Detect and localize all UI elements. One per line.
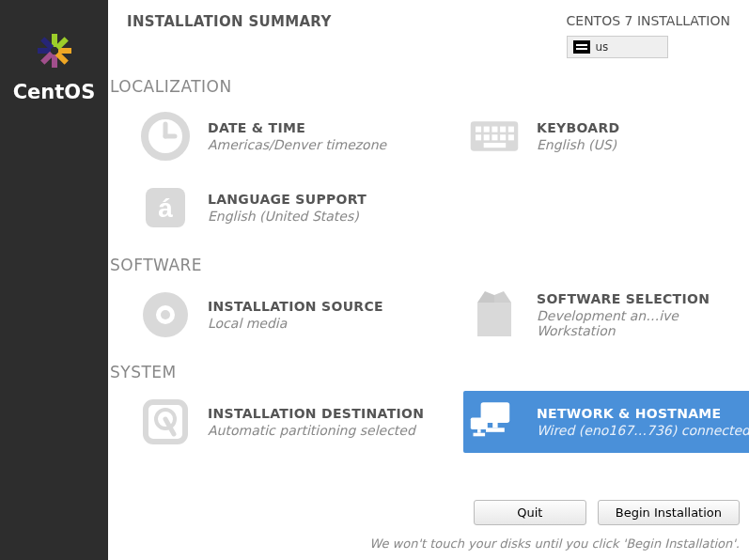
spoke-title: INSTALLATION DESTINATION [208, 406, 424, 421]
spoke-title: LANGUAGE SUPPORT [208, 192, 367, 207]
spoke-status: Automatic partitioning selected [208, 423, 424, 438]
footer-hint: We won't touch your disks until you clic… [369, 537, 740, 551]
svg-rect-15 [500, 127, 506, 132]
svg-text:á: á [158, 194, 173, 223]
begin-installation-button[interactable]: Begin Installation [598, 500, 740, 525]
spoke-status: Development an…ive Workstation [537, 308, 743, 338]
spoke-status: English (US) [537, 137, 619, 152]
centos-logo-icon [32, 28, 77, 73]
section-software: SOFTWARE INSTALLATION SOURCE Local media [108, 256, 749, 346]
spoke-installation-destination[interactable]: INSTALLATION DESTINATION Automatic parti… [134, 391, 463, 453]
spoke-software-selection[interactable]: SOFTWARE SELECTION Development an…ive Wo… [463, 284, 749, 346]
sidebar: CentOS [0, 0, 108, 560]
disc-icon [140, 289, 191, 340]
footer: Quit Begin Installation We won't touch y… [369, 500, 740, 551]
section-system: SYSTEM INSTALLATION DESTINATION Automati… [108, 363, 749, 453]
spoke-language[interactable]: á LANGUAGE SUPPORT English (United State… [134, 177, 463, 239]
spoke-datetime[interactable]: DATE & TIME Americas/Denver timezone [134, 105, 463, 167]
svg-rect-20 [500, 134, 506, 140]
spoke-title: SOFTWARE SELECTION [537, 291, 743, 306]
spoke-title: INSTALLATION SOURCE [208, 299, 383, 314]
keyboard-indicator[interactable]: us [567, 36, 668, 58]
network-icon [469, 397, 520, 447]
svg-rect-14 [492, 127, 497, 132]
spoke-status: Local media [208, 316, 383, 331]
harddrive-icon [140, 397, 191, 447]
svg-rect-34 [471, 418, 488, 430]
svg-rect-35 [477, 429, 481, 433]
spoke-installation-source[interactable]: INSTALLATION SOURCE Local media [134, 284, 463, 346]
keyboard-icon [573, 40, 590, 54]
section-localization: LOCALIZATION DATE & TIME Americas/Denver… [108, 77, 749, 239]
spoke-title: DATE & TIME [208, 120, 386, 135]
svg-rect-18 [484, 134, 490, 140]
spoke-status: English (United States) [208, 209, 367, 224]
svg-rect-32 [492, 423, 497, 428]
svg-rect-19 [492, 134, 497, 140]
spoke-title: KEYBOARD [537, 120, 619, 135]
svg-rect-13 [484, 127, 490, 132]
keyboard-large-icon [469, 111, 520, 162]
svg-point-27 [161, 310, 170, 319]
main: INSTALLATION SUMMARY CENTOS 7 INSTALLATI… [108, 0, 749, 560]
svg-rect-21 [508, 134, 514, 140]
header: INSTALLATION SUMMARY CENTOS 7 INSTALLATI… [108, 0, 749, 68]
svg-rect-36 [474, 433, 486, 437]
brand-label: CentOS [13, 81, 96, 103]
quit-button[interactable]: Quit [474, 500, 586, 525]
language-icon: á [140, 182, 191, 233]
svg-rect-16 [508, 127, 514, 132]
section-title-localization: LOCALIZATION [108, 77, 749, 105]
section-title-software: SOFTWARE [108, 256, 749, 284]
svg-rect-22 [484, 143, 507, 148]
clock-icon [140, 111, 191, 162]
spoke-title: NETWORK & HOSTNAME [537, 406, 749, 421]
spoke-keyboard[interactable]: KEYBOARD English (US) [463, 105, 749, 167]
svg-rect-17 [476, 134, 481, 140]
section-title-system: SYSTEM [108, 363, 749, 391]
package-icon [469, 289, 520, 340]
spoke-network[interactable]: NETWORK & HOSTNAME Wired (eno167…736) co… [463, 391, 749, 453]
spoke-status: Americas/Denver timezone [208, 137, 386, 152]
keyboard-layout-label: us [596, 40, 609, 54]
page-title: INSTALLATION SUMMARY [127, 13, 332, 58]
svg-rect-33 [486, 428, 505, 432]
svg-rect-12 [476, 127, 481, 132]
install-title: CENTOS 7 INSTALLATION [567, 13, 730, 28]
spoke-status: Wired (eno167…736) connected [537, 423, 749, 438]
